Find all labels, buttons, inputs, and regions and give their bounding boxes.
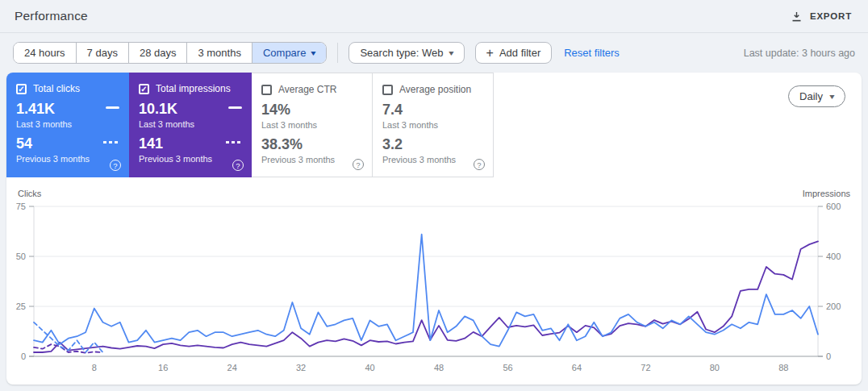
metric-label: Average position — [399, 84, 471, 95]
svg-text:72: 72 — [641, 363, 650, 372]
metric-card-average-ctr[interactable]: Average CTR 14% Last 3 months 38.3% Prev… — [252, 73, 373, 177]
metric-current-value: 14% — [261, 102, 362, 117]
metric-previous-value: 141 — [139, 136, 212, 151]
line-chart-canvas: 02550750200400600ClicksImpressions816243… — [6, 188, 862, 381]
add-filter-button[interactable]: + Add filter — [475, 42, 553, 64]
date-range-group: 24 hours 7 days 28 days 3 months Compare… — [13, 42, 327, 64]
search-type-button[interactable]: Search type: Web ▾ — [348, 42, 464, 64]
svg-text:25: 25 — [16, 302, 26, 311]
svg-text:48: 48 — [434, 363, 444, 372]
metric-current-value: 10.1K — [139, 102, 194, 116]
checkbox-checked-icon[interactable]: ✓ — [139, 84, 149, 94]
metric-previous-value: 38.3% — [261, 137, 362, 152]
help-icon[interactable]: ? — [110, 160, 121, 171]
range-7-days[interactable]: 7 days — [77, 43, 129, 63]
top-bar: Performance EXPORT — [0, 0, 868, 33]
metric-label: Total clicks — [33, 83, 80, 94]
metric-current-value: 1.41K — [16, 102, 72, 116]
plus-icon: + — [486, 47, 494, 60]
dashed-line-legend-icon — [226, 141, 242, 144]
svg-text:16: 16 — [158, 363, 168, 372]
svg-text:600: 600 — [826, 202, 841, 211]
metric-label: Total impressions — [156, 83, 231, 94]
filter-bar: 24 hours 7 days 28 days 3 months Compare… — [0, 33, 868, 73]
help-icon[interactable]: ? — [474, 159, 485, 170]
svg-text:400: 400 — [826, 252, 841, 261]
metric-cards-row: ✓ Total clicks 1.41K Last 3 months 54 Pr… — [6, 73, 862, 177]
compare-label: Compare — [263, 47, 306, 59]
svg-text:32: 32 — [296, 363, 306, 372]
download-icon — [791, 10, 803, 23]
metric-previous-caption: Previous 3 months — [139, 154, 212, 164]
svg-text:0: 0 — [826, 351, 831, 361]
metric-previous-value: 54 — [16, 136, 90, 151]
svg-text:Impressions: Impressions — [803, 189, 851, 198]
metric-current-caption: Last 3 months — [261, 120, 362, 130]
filter-divider — [337, 43, 338, 63]
checkbox-unchecked-icon[interactable] — [382, 85, 393, 95]
solid-line-legend-icon — [106, 106, 119, 109]
export-button[interactable]: EXPORT — [789, 7, 853, 26]
metric-current-value: 7.4 — [382, 102, 483, 117]
help-icon[interactable]: ? — [353, 159, 364, 170]
svg-text:75: 75 — [16, 202, 26, 211]
performance-card: ✓ Total clicks 1.41K Last 3 months 54 Pr… — [6, 73, 862, 385]
reset-filters-link[interactable]: Reset filters — [564, 47, 620, 59]
svg-text:56: 56 — [503, 363, 512, 372]
last-update-text: Last update: 3 hours ago — [744, 48, 855, 59]
checkbox-checked-icon[interactable]: ✓ — [16, 84, 27, 94]
metric-card-total-clicks[interactable]: ✓ Total clicks 1.41K Last 3 months 54 Pr… — [6, 73, 129, 177]
svg-text:64: 64 — [572, 363, 582, 372]
metric-previous-caption: Previous 3 months — [382, 155, 483, 164]
performance-chart: 02550750200400600ClicksImpressions816243… — [6, 177, 862, 385]
checkbox-unchecked-icon[interactable] — [261, 85, 272, 95]
search-type-label: Search type: Web — [360, 47, 443, 59]
granularity-label: Daily — [799, 90, 823, 102]
metric-card-average-position[interactable]: Average position 7.4 Last 3 months 3.2 P… — [373, 73, 494, 177]
page-title: Performance — [15, 9, 88, 23]
metric-previous-caption: Previous 3 months — [16, 154, 90, 164]
metric-current-caption: Last 3 months — [382, 120, 483, 130]
dashed-line-legend-icon — [103, 141, 119, 144]
metric-previous-caption: Previous 3 months — [261, 155, 362, 164]
svg-text:8: 8 — [92, 363, 97, 372]
range-24-hours[interactable]: 24 hours — [14, 43, 77, 63]
svg-text:50: 50 — [16, 252, 26, 261]
range-3-months[interactable]: 3 months — [187, 43, 252, 63]
range-28-days[interactable]: 28 days — [129, 43, 188, 63]
chevron-down-icon: ▾ — [311, 49, 316, 57]
svg-text:0: 0 — [21, 351, 26, 361]
chevron-down-icon: ▾ — [449, 49, 453, 57]
svg-text:88: 88 — [778, 363, 788, 372]
metric-current-caption: Last 3 months — [139, 119, 194, 129]
granularity-dropdown[interactable]: Daily ▾ — [788, 85, 845, 107]
metric-card-total-impressions[interactable]: ✓ Total impressions 10.1K Last 3 months … — [129, 73, 252, 177]
svg-text:200: 200 — [826, 302, 841, 311]
solid-line-legend-icon — [228, 106, 242, 109]
svg-text:24: 24 — [227, 363, 237, 372]
help-icon[interactable]: ? — [232, 160, 244, 171]
compare-button[interactable]: Compare ▾ — [252, 43, 327, 63]
export-label: EXPORT — [810, 11, 852, 21]
metric-label: Average CTR — [278, 84, 336, 95]
svg-text:40: 40 — [365, 363, 374, 372]
svg-text:Clicks: Clicks — [18, 189, 42, 198]
metric-current-caption: Last 3 months — [16, 119, 72, 129]
chevron-down-icon: ▾ — [829, 93, 834, 101]
metric-previous-value: 3.2 — [382, 137, 483, 152]
add-filter-label: Add filter — [499, 47, 540, 59]
svg-text:80: 80 — [710, 363, 720, 372]
